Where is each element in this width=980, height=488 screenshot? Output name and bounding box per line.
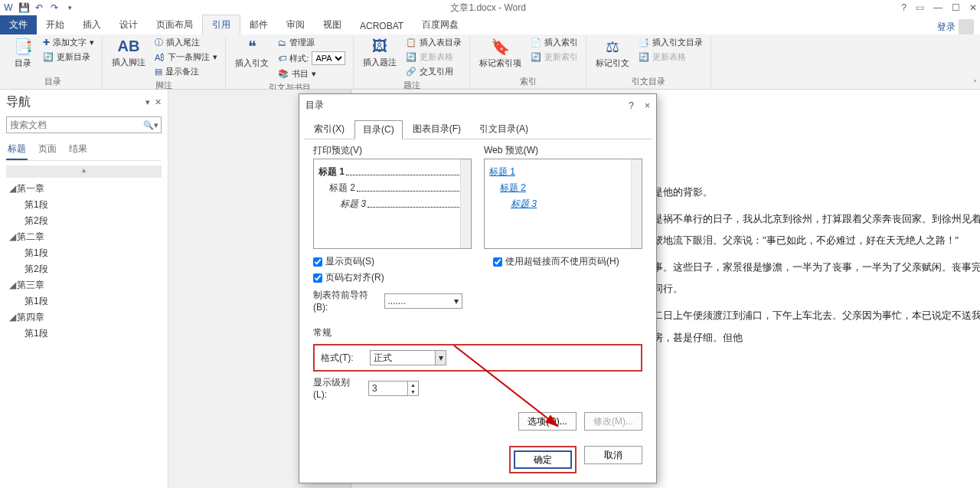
tab-design[interactable]: 设计 (110, 15, 147, 34)
maximize-icon[interactable]: ☐ (952, 2, 960, 13)
citation-style-select[interactable]: APA (312, 51, 345, 65)
signin-link[interactable]: 登录 (937, 19, 980, 34)
nav-item[interactable]: 第1段 (6, 197, 162, 213)
citation-style[interactable]: 🏷样式: APA (276, 51, 347, 66)
bibliography-button[interactable]: 📚书目 ▾ (276, 67, 347, 80)
nav-search-input[interactable] (6, 116, 162, 133)
group-toc: 目录 (9, 74, 96, 89)
nav-close-icon[interactable]: ✕ (155, 97, 162, 107)
levels-spinner[interactable]: 3▲▼ (368, 381, 419, 396)
toc-dialog: 目录 ? × 索引(X) 目录(C) 图表目录(F) 引文目录(A) 打印预览(… (299, 93, 657, 483)
print-preview-label: 打印预览(V) (313, 144, 472, 157)
dialog-title: 目录 (305, 99, 629, 112)
nav-tab-headings[interactable]: 标题 (6, 139, 28, 160)
leader-select[interactable]: .......▾ (384, 293, 463, 309)
nav-item[interactable]: 第2段 (6, 213, 162, 229)
dialog-help-icon[interactable]: ? (629, 100, 634, 111)
dialog-tab-figures[interactable]: 图表目录(F) (404, 120, 469, 139)
update-table-button[interactable]: 🔄更新表格 (404, 51, 463, 64)
leader-label: 制表符前导符(B): (313, 289, 378, 313)
insert-table-figures-button[interactable]: 📋插入表目录 (404, 36, 463, 49)
web-preview-box: 标题 1 标题 2 标题 3 (484, 159, 642, 249)
qat-more-icon[interactable]: ▾ (64, 2, 75, 13)
tab-file[interactable]: 文件 (0, 15, 37, 34)
nav-item[interactable]: ◢第二章 (6, 229, 162, 245)
word-icon: W (3, 2, 14, 13)
nav-item[interactable]: ◢第三章 (6, 277, 162, 293)
insert-authorities-button[interactable]: 📑插入引文目录 (637, 36, 704, 49)
nav-collapse-bar[interactable]: ▴ (6, 165, 162, 178)
nav-item[interactable]: 第2段 (6, 261, 162, 277)
dialog-close-icon[interactable]: × (645, 100, 650, 111)
ok-button[interactable]: 确定 (514, 450, 572, 469)
save-icon[interactable]: 💾 (18, 2, 29, 13)
group-authorities: 引文目录 (593, 74, 704, 89)
dialog-tab-index[interactable]: 索引(X) (305, 120, 353, 139)
tab-review[interactable]: 审阅 (277, 15, 314, 34)
manage-sources-button[interactable]: 🗂管理源 (276, 36, 347, 49)
cancel-button[interactable]: 取消 (584, 446, 642, 464)
insert-caption-button[interactable]: 🖼插入题注 (360, 36, 400, 70)
modify-button: 修改(M)... (584, 412, 642, 431)
dialog-tab-toc[interactable]: 目录(C) (354, 120, 403, 139)
show-pagenum-checkbox[interactable]: 显示页码(S) (313, 255, 462, 268)
search-icon[interactable]: 🔍▾ (143, 120, 158, 130)
levels-label: 显示级别(L): (313, 376, 362, 400)
general-section-label: 常规 (313, 326, 642, 339)
tab-layout[interactable]: 页面布局 (147, 15, 202, 34)
tab-home[interactable]: 开始 (37, 15, 74, 34)
options-button[interactable]: 选项(O)... (518, 412, 577, 431)
format-label: 格式(T): (321, 352, 364, 365)
mark-citation-button[interactable]: ⚖标记引文 (593, 36, 632, 70)
add-text-button[interactable]: ✚添加文字 ▾ (41, 36, 96, 49)
window-title: 文章1.docx - Word (75, 2, 901, 15)
tab-insert[interactable]: 插入 (74, 15, 110, 34)
insert-index-button[interactable]: 📄插入索引 (529, 36, 580, 49)
tab-mail[interactable]: 邮件 (240, 15, 277, 34)
update-toc-button[interactable]: 🔄更新目录 (41, 51, 96, 64)
insert-endnote-button[interactable]: ⓘ插入尾注 (153, 36, 219, 49)
dialog-tab-authorities[interactable]: 引文目录(A) (471, 120, 537, 139)
nav-item[interactable]: ◢第四章 (6, 310, 162, 326)
nav-item[interactable]: 第1段 (6, 293, 162, 310)
format-combo[interactable]: 正式▾ (370, 350, 446, 365)
redo-icon[interactable]: ↷ (49, 2, 60, 13)
nav-item[interactable]: 第1段 (6, 326, 162, 342)
print-preview-box: 标题 11 标题 23 标题 35 (313, 159, 472, 249)
next-footnote-button[interactable]: A₿下一条脚注 ▾ (153, 51, 219, 64)
tab-references[interactable]: 引用 (202, 15, 240, 34)
toc-button[interactable]: 📑目录 (9, 36, 37, 70)
collapse-ribbon-icon[interactable]: ˄ (973, 79, 977, 87)
mark-index-button[interactable]: 🔖标记索引项 (476, 36, 524, 70)
nav-tab-pages[interactable]: 页面 (37, 139, 58, 160)
minimize-icon[interactable]: — (933, 2, 942, 13)
use-hyperlinks-checkbox[interactable]: 使用超链接而不使用页码(H) (493, 255, 642, 268)
nav-dropdown-icon[interactable]: ▾ (145, 97, 150, 107)
avatar (959, 19, 974, 34)
nav-tab-results[interactable]: 结果 (67, 139, 89, 160)
undo-icon[interactable]: ↶ (34, 2, 44, 13)
right-align-checkbox[interactable]: 页码右对齐(R) (313, 271, 462, 284)
tab-view[interactable]: 视图 (314, 15, 351, 34)
web-preview-label: Web 预览(W) (484, 144, 642, 157)
nav-title: 导航 (6, 94, 31, 110)
ribbon-options-icon[interactable]: ▭ (916, 2, 924, 13)
insert-citation-button[interactable]: ❝插入引文 (232, 36, 272, 70)
nav-item[interactable]: 第1段 (6, 245, 162, 261)
update-index-button[interactable]: 🔄更新索引 (529, 51, 580, 64)
close-icon[interactable]: ✕ (969, 2, 977, 13)
tab-baidu[interactable]: 百度网盘 (413, 15, 468, 34)
insert-footnote-button[interactable]: AB插入脚注 (109, 36, 149, 70)
cross-ref-button[interactable]: 🔗交叉引用 (404, 65, 463, 78)
nav-item[interactable]: ◢第一章 (6, 181, 162, 197)
ribbon-help-icon[interactable]: ? (901, 2, 906, 13)
tab-acrobat[interactable]: ACROBAT (351, 18, 413, 34)
show-notes-button[interactable]: ▤显示备注 (153, 65, 219, 78)
update-authorities-button[interactable]: 🔄更新表格 (637, 51, 704, 64)
group-index: 索引 (476, 74, 580, 89)
